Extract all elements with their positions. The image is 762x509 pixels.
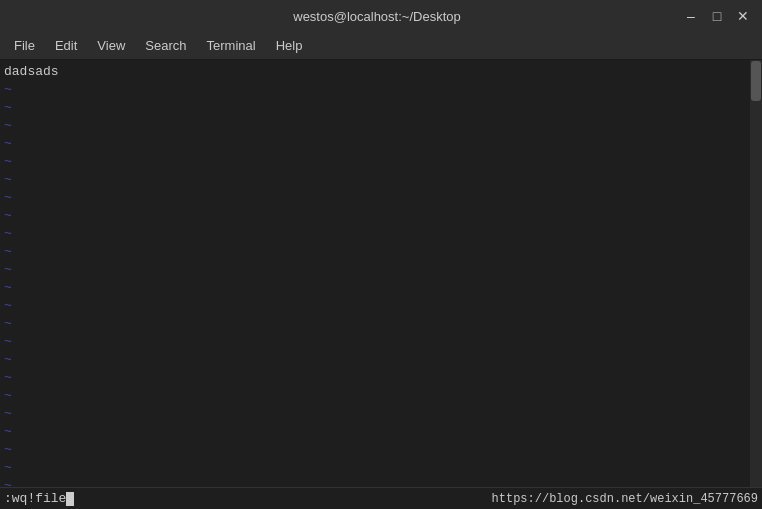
tilde-line-5: ~ — [0, 152, 762, 170]
tilde-line-11: ~ — [0, 260, 762, 278]
tilde-line-18: ~ — [0, 386, 762, 404]
tilde-line-9: ~ — [0, 224, 762, 242]
status-url: https://blog.csdn.net/weixin_45777669 — [492, 492, 758, 506]
tilde-line-6: ~ — [0, 170, 762, 188]
tilde-line-13: ~ — [0, 296, 762, 314]
titlebar-controls: – □ ✕ — [680, 5, 754, 27]
tilde-line-7: ~ — [0, 188, 762, 206]
tilde-line-2: ~ — [0, 98, 762, 116]
tilde-line-23: ~ — [0, 476, 762, 487]
maximize-button[interactable]: □ — [706, 5, 728, 27]
status-bar: :wq!file https://blog.csdn.net/weixin_45… — [0, 487, 762, 509]
titlebar: westos@localhost:~/Desktop – □ ✕ — [0, 0, 762, 32]
menu-help[interactable]: Help — [266, 36, 313, 55]
cursor — [66, 492, 74, 506]
editor-line-1: dadsads — [0, 62, 762, 80]
editor-area[interactable]: dadsads ~ ~ ~ ~ ~ ~ ~ ~ ~ ~ ~ ~ ~ ~ ~ ~ … — [0, 60, 762, 487]
close-button[interactable]: ✕ — [732, 5, 754, 27]
editor-content: dadsads ~ ~ ~ ~ ~ ~ ~ ~ ~ ~ ~ ~ ~ ~ ~ ~ … — [0, 60, 762, 487]
command-text: :wq!file — [4, 491, 66, 506]
menu-search[interactable]: Search — [135, 36, 196, 55]
tilde-line-16: ~ — [0, 350, 762, 368]
tilde-line-17: ~ — [0, 368, 762, 386]
tilde-line-4: ~ — [0, 134, 762, 152]
editor-line-1-text: dadsads — [4, 64, 59, 79]
tilde-line-15: ~ — [0, 332, 762, 350]
tilde-line-8: ~ — [0, 206, 762, 224]
scrollbar-thumb[interactable] — [751, 61, 761, 101]
tilde-line-20: ~ — [0, 422, 762, 440]
titlebar-title: westos@localhost:~/Desktop — [74, 9, 680, 24]
tilde-line-21: ~ — [0, 440, 762, 458]
tilde-line-10: ~ — [0, 242, 762, 260]
tilde-line-22: ~ — [0, 458, 762, 476]
tilde-line-14: ~ — [0, 314, 762, 332]
menu-terminal[interactable]: Terminal — [197, 36, 266, 55]
tilde-line-1: ~ — [0, 80, 762, 98]
menu-edit[interactable]: Edit — [45, 36, 87, 55]
tilde-line-3: ~ — [0, 116, 762, 134]
terminal-window: westos@localhost:~/Desktop – □ ✕ File Ed… — [0, 0, 762, 509]
menu-file[interactable]: File — [4, 36, 45, 55]
minimize-button[interactable]: – — [680, 5, 702, 27]
tilde-line-19: ~ — [0, 404, 762, 422]
menubar: File Edit View Search Terminal Help — [0, 32, 762, 60]
scrollbar[interactable] — [750, 60, 762, 487]
menu-view[interactable]: View — [87, 36, 135, 55]
tilde-line-12: ~ — [0, 278, 762, 296]
command-line: :wq!file — [4, 491, 74, 506]
